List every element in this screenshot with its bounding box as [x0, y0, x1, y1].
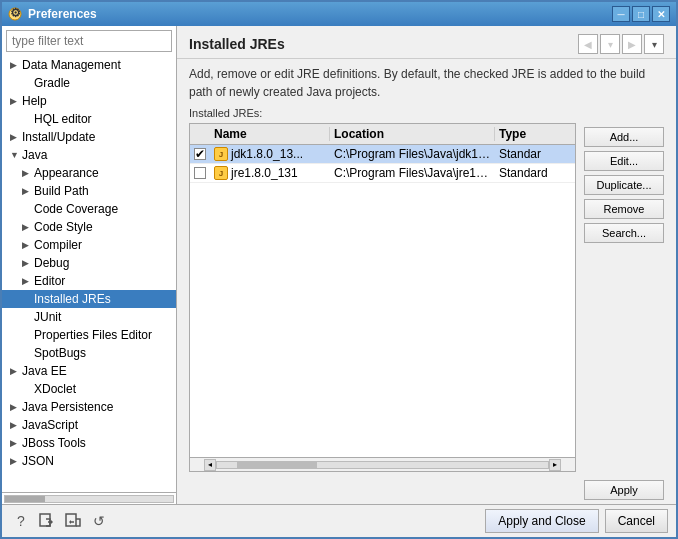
scroll-track[interactable] [216, 461, 549, 469]
sidebar-horizontal-scrollbar[interactable] [2, 492, 176, 504]
apply-button[interactable]: Apply [584, 480, 664, 500]
table-label: Installed JREs: [189, 107, 576, 119]
checkbox-unchecked-icon[interactable] [194, 167, 206, 179]
sidebar-item-build-path[interactable]: ▶ Build Path [2, 182, 176, 200]
scroll-thumb[interactable] [237, 462, 317, 468]
export-icon[interactable] [62, 510, 84, 532]
arrow-icon: ▶ [22, 168, 34, 178]
sidebar-item-properties-files-editor[interactable]: Properties Files Editor [2, 326, 176, 344]
apply-and-close-button[interactable]: Apply and Close [485, 509, 598, 533]
arrow-icon: ▶ [10, 420, 22, 430]
action-buttons: Add... Edit... Duplicate... Remove Searc… [584, 107, 664, 472]
sidebar-item-xdoclet[interactable]: XDoclet [2, 380, 176, 398]
jre-icon-2: J [214, 166, 228, 180]
cancel-button[interactable]: Cancel [605, 509, 668, 533]
sidebar-item-junit[interactable]: JUnit [2, 308, 176, 326]
tree-container: ▶ Data Management Gradle ▶ Help HQL edit… [2, 56, 176, 492]
minimize-button[interactable]: ─ [612, 6, 630, 22]
panel-description: Add, remove or edit JRE definitions. By … [177, 59, 676, 107]
search-button[interactable]: Search... [584, 223, 664, 243]
table-row[interactable]: ✔ J jdk1.8.0_13... C:\Program Files\Java… [190, 145, 575, 164]
help-icon[interactable]: ? [10, 510, 32, 532]
sidebar-item-compiler[interactable]: ▶ Compiler [2, 236, 176, 254]
table-row[interactable]: J jre1.8.0_131 C:\Program Files\Java\jre… [190, 164, 575, 183]
arrow-icon: ▶ [22, 222, 34, 232]
sidebar-item-json[interactable]: ▶ JSON [2, 452, 176, 470]
arrow-icon [22, 114, 34, 124]
apply-row: Apply [177, 476, 676, 504]
sidebar-item-hql-editor[interactable]: HQL editor [2, 110, 176, 128]
bottom-bar: ? ↺ Apply and Close Cancel [2, 504, 676, 537]
td-name-1: J jdk1.8.0_13... [210, 147, 330, 161]
sidebar-item-spotbugs[interactable]: SpotBugs [2, 344, 176, 362]
sidebar-item-gradle[interactable]: Gradle [2, 74, 176, 92]
sidebar-item-install-update[interactable]: ▶ Install/Update [2, 128, 176, 146]
th-checkbox [190, 127, 210, 141]
sidebar-item-javascript[interactable]: ▶ JavaScript [2, 416, 176, 434]
sidebar-item-code-style[interactable]: ▶ Code Style [2, 218, 176, 236]
arrow-icon: ▶ [22, 276, 34, 286]
table-header: Name Location Type [190, 124, 575, 145]
arrow-icon [22, 348, 34, 358]
td-checkbox-1[interactable]: ✔ [190, 148, 210, 160]
sidebar-item-java-persistence[interactable]: ▶ Java Persistence [2, 398, 176, 416]
title-bar: ⚙ Preferences ─ □ ✕ [2, 2, 676, 26]
panel-header: Installed JREs ◀ ▾ ▶ ▾ [177, 26, 676, 59]
arrow-icon [22, 78, 34, 88]
nav-menu-button[interactable]: ▾ [644, 34, 664, 54]
preferences-icon: ⚙ [8, 7, 22, 21]
sidebar-item-code-coverage[interactable]: Code Coverage [2, 200, 176, 218]
td-checkbox-2[interactable] [190, 167, 210, 179]
scroll-left-arrow[interactable]: ◂ [204, 459, 216, 471]
panel-nav: ◀ ▾ ▶ ▾ [578, 34, 664, 54]
window-title: Preferences [28, 7, 97, 21]
td-type-2: Standard [495, 166, 575, 180]
td-name-2: J jre1.8.0_131 [210, 166, 330, 180]
arrow-icon: ▶ [10, 438, 22, 448]
sidebar-item-editor[interactable]: ▶ Editor [2, 272, 176, 290]
jre-table: Name Location Type ✔ J [189, 123, 576, 472]
jre-icon-1: J [214, 147, 228, 161]
arrow-icon [22, 384, 34, 394]
remove-button[interactable]: Remove [584, 199, 664, 219]
arrow-icon: ▶ [10, 132, 22, 142]
filter-input[interactable] [6, 30, 172, 52]
svg-text:⚙: ⚙ [10, 7, 21, 20]
nav-forward-button[interactable]: ▶ [622, 34, 642, 54]
nav-dropdown-button[interactable]: ▾ [600, 34, 620, 54]
nav-back-button[interactable]: ◀ [578, 34, 598, 54]
sidebar-item-help[interactable]: ▶ Help [2, 92, 176, 110]
td-type-1: Standar [495, 147, 575, 161]
arrow-icon: ▼ [10, 150, 22, 160]
sidebar-item-java-ee[interactable]: ▶ Java EE [2, 362, 176, 380]
sidebar-item-data-management[interactable]: ▶ Data Management [2, 56, 176, 74]
checkbox-checked-icon[interactable]: ✔ [194, 148, 206, 160]
sidebar-item-jboss-tools[interactable]: ▶ JBoss Tools [2, 434, 176, 452]
arrow-icon [22, 312, 34, 322]
table-horizontal-scrollbar[interactable]: ◂ ▸ [190, 457, 575, 471]
sidebar-item-debug[interactable]: ▶ Debug [2, 254, 176, 272]
arrow-icon: ▶ [10, 96, 22, 106]
th-name: Name [210, 127, 330, 141]
add-button[interactable]: Add... [584, 127, 664, 147]
sidebar-item-appearance[interactable]: ▶ Appearance [2, 164, 176, 182]
restore-defaults-icon[interactable]: ↺ [88, 510, 110, 532]
sidebar-item-java[interactable]: ▼ Java [2, 146, 176, 164]
arrow-icon: ▶ [22, 240, 34, 250]
arrow-icon: ▶ [10, 60, 22, 70]
import-icon[interactable] [36, 510, 58, 532]
th-location: Location [330, 127, 495, 141]
right-panel: Installed JREs ◀ ▾ ▶ ▾ Add, remove or ed… [177, 26, 676, 504]
table-body: ✔ J jdk1.8.0_13... C:\Program Files\Java… [190, 145, 575, 457]
sidebar-item-installed-jres[interactable]: Installed JREs [2, 290, 176, 308]
arrow-icon: ▶ [10, 402, 22, 412]
scroll-right-arrow[interactable]: ▸ [549, 459, 561, 471]
edit-button[interactable]: Edit... [584, 151, 664, 171]
arrow-icon [22, 294, 34, 304]
arrow-icon: ▶ [10, 456, 22, 466]
bottom-icons: ? ↺ [10, 510, 110, 532]
maximize-button[interactable]: □ [632, 6, 650, 22]
arrow-icon [22, 330, 34, 340]
duplicate-button[interactable]: Duplicate... [584, 175, 664, 195]
close-button[interactable]: ✕ [652, 6, 670, 22]
